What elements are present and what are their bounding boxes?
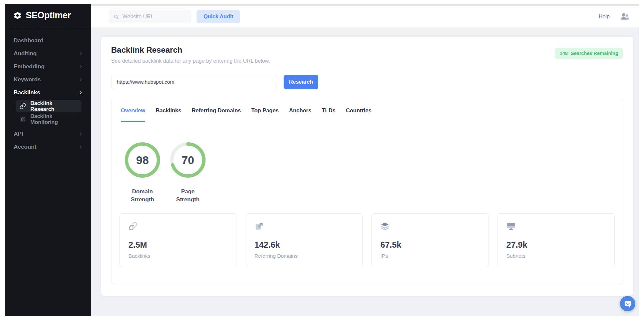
stat-cards: 2.5M Backlinks 142.6k Referring Domains … xyxy=(111,213,623,267)
sidebar-item-label: Embedding xyxy=(14,63,45,70)
sidebar-item-api[interactable]: API xyxy=(5,127,91,140)
link-icon xyxy=(20,103,26,109)
quick-audit-button[interactable]: Quick Audit xyxy=(197,10,240,23)
chat-bubble-icon xyxy=(624,300,632,308)
tab-top-pages[interactable]: Top Pages xyxy=(251,99,279,122)
tab-backlinks[interactable]: Backlinks xyxy=(155,99,181,122)
sidebar-item-label: Auditing xyxy=(14,50,37,57)
gauge-label: Domain Strength xyxy=(123,188,162,204)
help-link[interactable]: Help xyxy=(599,14,610,20)
badge-count: 148 xyxy=(560,51,568,56)
sub-item-label: Backlink Monitoring xyxy=(30,113,77,125)
sidebar-item-label: Backlinks xyxy=(14,89,40,96)
strength-gauges: 98 Domain Strength 70 Page Strength xyxy=(111,122,623,204)
sidebar-item-backlinks[interactable]: Backlinks xyxy=(5,86,91,99)
tab-countries[interactable]: Countries xyxy=(346,99,371,122)
users-icon[interactable] xyxy=(620,12,630,22)
topbar: Quick Audit Help xyxy=(91,6,639,27)
sidebar-item-keywords[interactable]: Keywords xyxy=(5,73,91,86)
backlink-research-panel: Backlink Research See detailed backlink … xyxy=(101,37,633,296)
chevron-right-icon xyxy=(78,131,83,137)
stat-value: 67.5k xyxy=(380,240,480,250)
page-subtitle: See detailed backlink data for any page … xyxy=(111,58,623,64)
badge-label: Searches Remaining xyxy=(571,51,618,56)
sidebar-item-label: Dashboard xyxy=(14,37,43,44)
chevron-right-icon xyxy=(78,77,83,82)
url-row: Research xyxy=(111,75,623,89)
sidebar-item-label: Keywords xyxy=(14,76,41,83)
link-icon xyxy=(128,222,137,231)
chevron-right-icon xyxy=(78,90,83,95)
tabs-bar: Overview Backlinks Referring Domains Top… xyxy=(111,99,623,122)
url-input[interactable] xyxy=(111,75,277,89)
gear-logo-icon xyxy=(13,11,22,20)
stat-value: 142.6k xyxy=(255,240,354,250)
chart-icon xyxy=(20,116,26,122)
main-area: Quick Audit Help Backlink Research See d… xyxy=(91,4,639,316)
sidebar: SEOptimer Dashboard Auditing Embedding K… xyxy=(5,4,91,316)
page-title: Backlink Research xyxy=(111,45,623,55)
stat-label: Backlinks xyxy=(128,253,228,259)
tab-referring-domains[interactable]: Referring Domains xyxy=(192,99,241,122)
sidebar-item-label: Account xyxy=(14,144,36,150)
gauge-value: 70 xyxy=(169,141,207,179)
chat-widget-button[interactable] xyxy=(620,296,635,311)
gauge-value: 98 xyxy=(123,141,162,179)
brand-logo[interactable]: SEOptimer xyxy=(5,4,91,27)
stat-card-referring-domains: 142.6k Referring Domains xyxy=(246,213,363,267)
monitor-icon xyxy=(507,222,516,231)
research-button[interactable]: Research xyxy=(284,75,318,89)
tab-overview[interactable]: Overview xyxy=(121,99,145,122)
stat-label: Subnets xyxy=(507,253,606,259)
backlinks-subnav: Backlink Research Backlink Monitoring xyxy=(5,99,91,127)
chevron-right-icon xyxy=(78,144,83,150)
layers-icon xyxy=(380,222,389,231)
sidebar-item-backlink-monitoring[interactable]: Backlink Monitoring xyxy=(16,113,81,125)
stat-value: 2.5M xyxy=(128,240,228,250)
sidebar-item-embedding[interactable]: Embedding xyxy=(5,60,91,73)
domain-strength-gauge: 98 Domain Strength xyxy=(123,141,162,204)
sidebar-item-label: API xyxy=(14,131,23,137)
tab-anchors[interactable]: Anchors xyxy=(289,99,311,122)
sidebar-item-auditing[interactable]: Auditing xyxy=(5,47,91,60)
stat-card-subnets: 27.9k Subnets xyxy=(498,213,615,267)
stat-label: IPs xyxy=(380,253,480,259)
stat-label: Referring Domains xyxy=(255,253,354,259)
chevron-right-icon xyxy=(78,51,83,56)
sub-item-label: Backlink Research xyxy=(30,100,77,112)
website-url-search[interactable] xyxy=(109,10,191,23)
tab-tlds[interactable]: TLDs xyxy=(322,99,335,122)
gauge-label: Page Strength xyxy=(169,188,207,204)
search-input[interactable] xyxy=(122,14,187,20)
sidebar-item-dashboard[interactable]: Dashboard xyxy=(5,34,91,47)
chevron-right-icon xyxy=(78,64,83,69)
sidebar-nav: Dashboard Auditing Embedding Keywords Ba… xyxy=(5,27,91,153)
external-link-icon xyxy=(255,222,264,231)
topbar-right: Help xyxy=(599,12,630,22)
searches-remaining-badge: 148 Searches Remaining xyxy=(555,48,623,59)
app-window: SEOptimer Dashboard Auditing Embedding K… xyxy=(0,0,644,320)
page-strength-gauge: 70 Page Strength xyxy=(169,141,207,204)
stat-value: 27.9k xyxy=(507,240,606,250)
sidebar-item-backlink-research[interactable]: Backlink Research xyxy=(16,100,81,112)
search-icon xyxy=(113,14,119,20)
stat-card-ips: 67.5k IPs xyxy=(371,213,489,267)
stat-card-backlinks: 2.5M Backlinks xyxy=(119,213,237,267)
brand-name: SEOptimer xyxy=(26,10,71,21)
results-box: Overview Backlinks Referring Domains Top… xyxy=(111,99,623,284)
sidebar-item-account[interactable]: Account xyxy=(5,140,91,153)
